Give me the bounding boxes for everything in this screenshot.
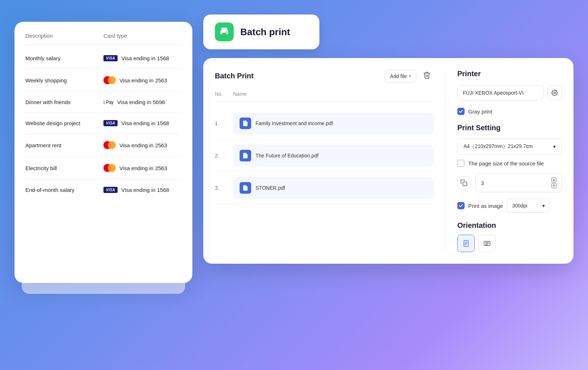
copies-icon: [457, 176, 470, 189]
print-setting-title: Print Setting: [457, 124, 562, 132]
apple-icon: : [103, 99, 105, 105]
print-as-image-label: Print as image: [468, 203, 503, 209]
paper-size-value: A4（210x297mm）21x29.7cm: [464, 143, 533, 150]
copies-increment-button[interactable]: ▲: [551, 177, 556, 182]
file-number: 2.: [215, 153, 233, 159]
card-label: Visa ending in 5698: [117, 99, 165, 105]
applepay-logo:  Pay: [103, 99, 114, 105]
file-info[interactable]: Family Investment and income.pdf: [233, 112, 434, 134]
batch-print-label: Batch Print: [215, 72, 254, 80]
svg-rect-2: [222, 33, 226, 35]
paper-size-chevron-icon: ▾: [553, 144, 556, 149]
copies-row: 3 ▲ ▼: [457, 173, 562, 192]
batch-file-list-section: Batch Print Add file ▾: [215, 70, 446, 252]
print-as-image-checkbox[interactable]: [457, 202, 465, 209]
add-file-button[interactable]: Add file ▾: [384, 70, 416, 82]
table-header: Description Card type: [25, 33, 181, 45]
delete-files-button[interactable]: [420, 70, 434, 82]
dpi-value: 300dpi: [512, 203, 527, 209]
gear-icon: [551, 90, 558, 96]
checkmark-icon: [459, 204, 463, 208]
card-type-cell: Visa ending in 2563: [103, 164, 181, 172]
description-cell: Weekly shopping: [25, 77, 103, 83]
pdf-file-icon: [242, 185, 249, 191]
visa-logo: VISA: [103, 187, 118, 193]
card-type-cell: Visa ending in 2563: [103, 141, 181, 149]
visa-logo: VISA: [103, 120, 118, 126]
batch-left-header: Batch Print Add file ▾: [215, 70, 434, 82]
table-row: Monthly salary VISA Visa ending in 1568: [25, 48, 181, 69]
printer-icon-container: [215, 22, 234, 41]
table-row: Apartment rent Visa ending in 2563: [25, 134, 181, 157]
landscape-orientation-button[interactable]: [478, 235, 496, 252]
print-as-image-row: Print as image 300dpi ▾: [457, 199, 562, 213]
mastercard-logo: [103, 141, 116, 149]
table-row: Electricity bill Visa ending in 2563: [25, 157, 181, 180]
card-label: Visa ending in 1568: [121, 120, 169, 126]
card-label: Visa ending in 1568: [121, 55, 169, 61]
file-name-header: Name: [233, 91, 434, 97]
chevron-down-icon: ▾: [409, 74, 411, 78]
printer-name-input[interactable]: [457, 85, 544, 100]
paper-size-select[interactable]: A4（210x297mm）21x29.7cm ▾: [457, 139, 562, 155]
batch-controls: Add file ▾: [384, 70, 434, 82]
svg-rect-5: [463, 182, 467, 186]
source-file-row: The page size of the source file: [457, 160, 562, 167]
card-type-cell:  Pay Visa ending in 5698: [103, 99, 181, 105]
transactions-panel: Description Card type Monthly salary VIS…: [15, 22, 192, 283]
card-label: Visa ending in 2563: [119, 142, 167, 148]
batch-print-title: Batch print: [240, 26, 290, 38]
file-no-header: No.: [215, 91, 233, 97]
portrait-orientation-button[interactable]: [457, 235, 475, 252]
source-file-checkbox[interactable]: [457, 160, 465, 167]
copy-icon: [460, 179, 467, 186]
source-file-label: The page size of the source file: [468, 160, 544, 166]
file-number: 1.: [215, 120, 233, 126]
table-row: Dinner with friends  Pay Visa ending in…: [25, 92, 181, 113]
description-cell: Apartment rent: [25, 142, 103, 148]
gray-print-checkbox[interactable]: [457, 108, 465, 115]
checkmark-icon: [459, 109, 463, 114]
card-type-cell: VISA Visa ending in 1568: [103, 120, 181, 126]
orientation-buttons: [457, 235, 562, 252]
printer-input-row: [457, 85, 562, 100]
file-list-header: No. Name: [215, 91, 434, 102]
add-file-label: Add file: [390, 73, 407, 79]
description-cell: Website design project: [25, 120, 103, 126]
pdf-icon: [240, 118, 251, 129]
card-type-header: Card type: [103, 33, 181, 39]
batch-print-panel: Batch Print Add file ▾: [203, 58, 573, 264]
portrait-icon: [462, 240, 470, 247]
copies-stepper: ▲ ▼: [551, 177, 556, 188]
gray-print-row: Gray print: [457, 108, 562, 115]
printer-settings-button[interactable]: [547, 86, 562, 100]
table-row: Weekly shopping Visa ending in 2563: [25, 69, 181, 92]
card-type-cell: VISA Visa ending in 1568: [103, 187, 181, 193]
mc-right-circle: [108, 141, 116, 149]
card-type-cell: Visa ending in 2563: [103, 76, 181, 84]
pdf-file-icon: [242, 152, 249, 159]
file-number: 3.: [215, 185, 233, 191]
copies-value: 3: [481, 180, 484, 186]
description-cell: Monthly salary: [25, 55, 103, 61]
description-cell: Dinner with friends: [25, 99, 103, 105]
orientation-title: Orientation: [457, 221, 562, 230]
file-name: Family Investment and income.pdf: [256, 120, 333, 126]
file-info[interactable]: STONER.pdf: [233, 177, 434, 199]
dpi-select[interactable]: 300dpi ▾: [507, 199, 550, 213]
card-label: Visa ending in 1568: [121, 187, 169, 193]
mc-right-circle: [108, 76, 116, 84]
printer-section-title: Printer: [457, 70, 562, 78]
table-row: Website design project VISA Visa ending …: [25, 113, 181, 134]
printer-icon: [219, 27, 229, 37]
pdf-icon: [240, 182, 251, 194]
file-item: 1. Family Investment and income.pdf: [215, 107, 434, 140]
print-settings-section: Printer G: [446, 70, 562, 252]
file-info[interactable]: The Future of Education.pdf: [233, 145, 434, 166]
copies-decrement-button[interactable]: ▼: [551, 183, 556, 188]
dpi-chevron-icon: ▾: [542, 203, 545, 209]
mc-right-circle: [108, 164, 116, 172]
svg-point-4: [554, 92, 556, 94]
card-label: Visa ending in 2563: [119, 77, 167, 83]
card-type-cell: VISA Visa ending in 1568: [103, 55, 181, 61]
